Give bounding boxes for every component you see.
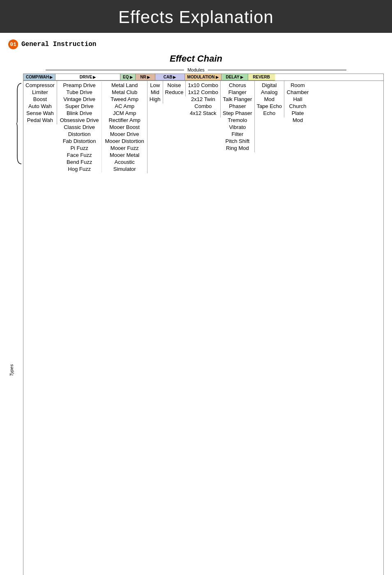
drive-item-8: Distortion [58, 131, 101, 138]
eq-item-1: Low [148, 82, 163, 89]
mod-item-8: Filter [221, 131, 254, 138]
drive-item-12: Bend Fuzz [58, 159, 101, 166]
nr-item-2: Reduce [163, 89, 186, 96]
drive-item-5: Blink Drive [58, 110, 101, 117]
drive2-item-9: Mooer Distortion [103, 138, 146, 145]
cab-item-1: 1x10 Combo [186, 82, 220, 89]
drive-header: DRIVE ▶ [55, 74, 120, 80]
reverb-item-4: Church [284, 103, 311, 110]
cab-item-4: Combo [186, 103, 220, 110]
nr-col: Noise Reduce [163, 81, 186, 97]
page-title: Effects Explanation [0, 7, 392, 27]
comp-item-3: Boost [23, 96, 57, 103]
comp-item-6: Pedal Wah [23, 117, 57, 124]
drive2-item-1: Metal Land [103, 82, 146, 89]
drive2-item-5: JCM Amp [103, 110, 146, 117]
section1-label: General Instruction [21, 41, 96, 48]
drive2-item-7: Mooer Boost [103, 124, 146, 131]
drive2-item-4: AC Amp [103, 103, 146, 110]
drive-item-6: Obsessive Drive [58, 117, 101, 124]
delay-item-3: Mod [255, 96, 284, 103]
drive-item-13: Hog Fuzz [58, 166, 101, 172]
delay-col: Digital Analog Mod Tape Echo Echo [255, 81, 284, 117]
mod-item-5: Step Phaser [221, 110, 254, 117]
comp-item-2: Limiter [23, 89, 57, 96]
drive2-item-12: Acoustic [103, 159, 146, 166]
modules-label: Modules [8, 67, 384, 73]
cab-item-2: 1x12 Combo [186, 89, 220, 96]
drive-item-7: Classic Drive [58, 124, 101, 131]
nr-item-1: Noise [163, 82, 186, 89]
drive-item-3: Vintage Drive [58, 96, 101, 103]
drive-item-9: Fab Distortion [58, 138, 101, 145]
mod-item-9: Pitch Shift [221, 138, 254, 145]
eq-col: Low Mid High [148, 81, 163, 104]
comp-header: COMP/WAH ▶ [23, 74, 55, 80]
delay-item-1: Digital [255, 82, 284, 89]
comp-item-1: Compressor [23, 82, 57, 89]
reverb-header: REVERB [248, 74, 275, 80]
cab-item-3: 2x12 Twin [186, 96, 220, 103]
mod-item-4: Phaser [221, 103, 254, 110]
section1-num-badge: 01 [8, 39, 18, 49]
mod-item-6: Tremolo [221, 117, 254, 124]
reverb-item-3: Hall [284, 96, 311, 103]
mod-col: Chorus Flanger Talk Flanger Phaser Step … [221, 81, 255, 152]
delay-item-4: Tape Echo [255, 103, 284, 110]
comp-item-5: Sense Wah [23, 110, 57, 117]
drive-subcol2: Metal Land Metal Club Tweed Amp AC Amp J… [102, 82, 147, 172]
cab-item-5: 4x12 Stack [186, 110, 220, 117]
delay-item-2: Analog [255, 89, 284, 96]
left-brace-icon [16, 83, 22, 165]
drive2-item-3: Tweed Amp [103, 96, 146, 103]
drive2-item-13: Simulator [103, 166, 146, 172]
drive-item-10: Pi Fuzz [58, 145, 101, 152]
nr-header: NR ▶ [136, 74, 155, 80]
cab-col: 1x10 Combo 1x12 Combo 2x12 Twin Combo 4x… [186, 81, 221, 117]
effect-chain-title: Effect Chain [0, 53, 392, 64]
drive2-item-2: Metal Club [103, 89, 146, 96]
reverb-col: Room Chamber Hall Church Plate Mod [284, 81, 311, 124]
page-header: Effects Explanation [0, 0, 392, 33]
drive2-item-10: Mooer Fuzz [103, 145, 146, 152]
delay-item-5: Echo [255, 110, 284, 117]
drive-item-2: Tube Drive [58, 89, 101, 96]
drive-item-4: Super Drive [58, 103, 101, 110]
mod-header: MODULATION ▶ [185, 74, 221, 80]
comp-item-4: Auto Wah [23, 103, 57, 110]
drive2-item-8: Mooer Drive [103, 131, 146, 138]
eq-header: EQ ▶ [120, 74, 135, 80]
drive2-item-11: Mooer Metal [103, 152, 146, 159]
drive-subcol1: Preamp Drive Tube Drive Vintage Drive Su… [57, 82, 102, 172]
mod-item-1: Chorus [221, 82, 254, 89]
mod-item-7: Vibrato [221, 124, 254, 131]
delay-header: DELAY ▶ [221, 74, 248, 80]
reverb-item-2: Chamber [284, 89, 311, 96]
reverb-item-5: Plate [284, 110, 311, 117]
drive-item-1: Preamp Drive [58, 82, 101, 89]
mod-item-10: Ring Mod [221, 145, 254, 152]
drive2-item-6: Rectifier Amp [103, 117, 146, 124]
comp-col: Compressor Limiter Boost Auto Wah Sense … [23, 81, 57, 124]
cab-header: CAB ▶ [155, 74, 185, 80]
drive-item-11: Face Fuzz [58, 152, 101, 159]
mod-item-2: Flanger [221, 89, 254, 96]
reverb-item-1: Room [284, 82, 311, 89]
types-label: Types [8, 83, 15, 575]
section1-heading: 01 General Instruction [0, 37, 392, 52]
eq-item-3: High [148, 96, 163, 103]
eq-item-2: Mid [148, 89, 163, 96]
mod-item-3: Talk Flanger [221, 96, 254, 103]
drive-col: Preamp Drive Tube Drive Vintage Drive Su… [57, 81, 148, 173]
reverb-item-6: Mod [284, 117, 311, 124]
